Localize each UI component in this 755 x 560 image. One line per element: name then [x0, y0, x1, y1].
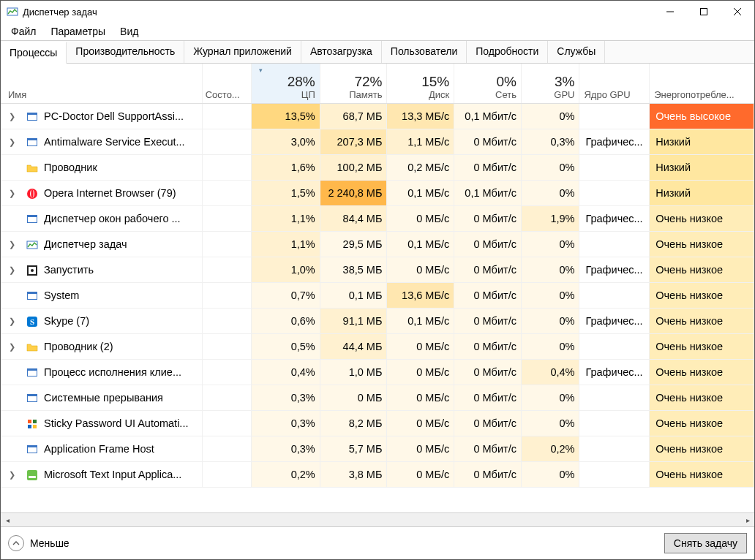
cpu-cell: 13,5%: [251, 104, 320, 129]
maximize-button[interactable]: [687, 1, 721, 23]
col-header-energy[interactable]: Энергопотребле...: [650, 64, 754, 104]
table-row[interactable]: Проводник1,6%100,2 МБ0,2 МБ/с0 Мбит/с0%Н…: [1, 155, 754, 181]
table-row[interactable]: Процесс исполнения клие...0,4%1,0 МБ0 МБ…: [1, 360, 754, 385]
app-icon: [7, 6, 18, 18]
gpu-pct: 3%: [525, 75, 575, 90]
chevron-up-icon: [8, 535, 24, 551]
process-icon: [23, 360, 41, 385]
expand-toggle[interactable]: ❯: [1, 334, 23, 360]
close-button[interactable]: [721, 1, 754, 23]
table-row[interactable]: Sticky Password UI Automati...0,3%8,2 МБ…: [1, 411, 754, 436]
menu-view[interactable]: Вид: [113, 24, 146, 39]
cpu-pct: 28%: [255, 75, 315, 90]
gpucore-cell: Графичес...: [579, 309, 650, 334]
expand-toggle[interactable]: ❯: [1, 462, 23, 488]
mem-cell: 2 240,8 МБ: [320, 181, 387, 206]
minimize-button[interactable]: [653, 1, 687, 23]
gpucore-cell: Графичес...: [579, 206, 650, 232]
cpu-cell: 3,0%: [251, 129, 320, 155]
process-icon: [23, 129, 41, 155]
expand-toggle[interactable]: ❯: [1, 232, 23, 257]
energy-cell: Очень низкое: [650, 257, 754, 283]
process-state: [202, 206, 251, 232]
table-row[interactable]: ❯Opera Internet Browser (79)1,5%2 240,8 …: [1, 181, 754, 206]
tab-services[interactable]: Службы: [548, 41, 605, 63]
col-header-memory[interactable]: 72% Память: [320, 64, 387, 104]
menubar: Файл Параметры Вид: [1, 23, 754, 40]
net-cell: 0 Мбит/с: [454, 411, 522, 436]
process-state: [202, 129, 251, 155]
expand-toggle: [1, 360, 23, 385]
table-row[interactable]: Application Frame Host0,3%5,7 МБ0 МБ/с0 …: [1, 436, 754, 462]
process-state: [202, 283, 251, 309]
col-header-network[interactable]: 0% Сеть: [454, 64, 522, 104]
net-cell: 0 Мбит/с: [454, 436, 522, 462]
net-cell: 0 Мбит/с: [454, 232, 522, 257]
net-cell: 0,1 Мбит/с: [454, 104, 522, 129]
expand-toggle: [1, 385, 23, 411]
table-row[interactable]: System0,7%0,1 МБ13,6 МБ/с0 Мбит/с0%Очень…: [1, 283, 754, 309]
gpu-cell: 0%: [521, 309, 579, 334]
fewer-details-button[interactable]: Меньше: [8, 535, 70, 551]
tab-startup[interactable]: Автозагрузка: [301, 41, 382, 63]
gpucore-cell: Графичес...: [579, 360, 650, 385]
energy-cell: Очень низкое: [650, 206, 754, 232]
svg-rect-26: [28, 420, 31, 423]
expand-toggle[interactable]: ❯: [1, 257, 23, 283]
expand-toggle: [1, 411, 23, 436]
table-row[interactable]: ❯SSkype (7)0,6%91,1 МБ0,1 МБ/с0 Мбит/с0%…: [1, 309, 754, 334]
cpu-label: ЦП: [255, 90, 315, 100]
col-header-gpucore[interactable]: Ядро GPU: [579, 64, 650, 104]
process-state: [202, 232, 251, 257]
tab-processes[interactable]: Процессы: [1, 42, 67, 64]
expand-toggle[interactable]: ❯: [1, 104, 23, 129]
net-cell: 0,1 Мбит/с: [454, 181, 522, 206]
process-state: [202, 334, 251, 360]
table-row[interactable]: ❯Antimalware Service Execut...3,0%207,3 …: [1, 129, 754, 155]
expand-toggle[interactable]: ❯: [1, 129, 23, 155]
col-header-name[interactable]: Имя: [1, 64, 202, 104]
footer: Меньше Снять задачу: [1, 526, 754, 559]
tab-performance[interactable]: Производительность: [67, 41, 184, 63]
energy-cell: Очень низкое: [650, 283, 754, 309]
cpu-cell: 1,1%: [251, 206, 320, 232]
scroll-right-icon[interactable]: ▸: [741, 516, 754, 524]
expand-toggle[interactable]: ❯: [1, 309, 23, 334]
col-header-cpu[interactable]: ▾ 28% ЦП: [251, 64, 320, 104]
menu-options[interactable]: Параметры: [43, 24, 113, 39]
tab-users[interactable]: Пользователи: [382, 41, 467, 63]
energy-cell: Очень высокое: [650, 104, 754, 129]
disk-cell: 0 МБ/с: [387, 462, 454, 488]
table-row[interactable]: ❯Microsoft Text Input Applica...0,2%3,8 …: [1, 462, 754, 488]
table-row[interactable]: Диспетчер окон рабочего ...1,1%84,4 МБ0 …: [1, 206, 754, 232]
mem-cell: 1,0 МБ: [320, 360, 387, 385]
menu-file[interactable]: Файл: [4, 24, 43, 39]
table-row[interactable]: ❯Проводник (2)0,5%44,4 МБ0 МБ/с0 Мбит/с0…: [1, 334, 754, 360]
expand-toggle[interactable]: ❯: [1, 181, 23, 206]
end-task-button[interactable]: Снять задачу: [664, 533, 747, 553]
mem-cell: 0 МБ: [320, 385, 387, 411]
network-pct: 0%: [457, 75, 517, 90]
memory-pct: 72%: [323, 75, 383, 90]
net-cell: 0 Мбит/с: [454, 129, 522, 155]
col-header-state[interactable]: Состо...: [202, 64, 251, 104]
process-name: Диспетчер задач: [41, 232, 202, 257]
svg-rect-29: [33, 425, 37, 428]
process-icon: [23, 181, 41, 206]
disk-cell: 13,3 МБ/с: [387, 104, 454, 129]
col-header-gpu[interactable]: 3% GPU: [521, 64, 579, 104]
table-row[interactable]: Системные прерывания0,3%0 МБ0 МБ/с0 Мбит…: [1, 385, 754, 411]
col-header-disk[interactable]: 15% Диск: [387, 64, 454, 104]
process-name: Процесс исполнения клие...: [41, 360, 202, 385]
gpu-cell: 0%: [521, 334, 579, 360]
table-row[interactable]: ❯PC-Doctor Dell SupportAssi...13,5%68,7 …: [1, 104, 754, 129]
net-cell: 0 Мбит/с: [454, 257, 522, 283]
svg-text:S: S: [30, 317, 34, 326]
tab-details[interactable]: Подробности: [467, 41, 548, 63]
table-row[interactable]: ❯Диспетчер задач1,1%29,5 МБ0,1 МБ/с0 Мби…: [1, 232, 754, 257]
scroll-left-icon[interactable]: ◂: [1, 516, 14, 524]
horizontal-scrollbar[interactable]: ◂ ▸: [1, 512, 754, 526]
table-row[interactable]: ❯Запустить1,0%38,5 МБ0 МБ/с0 Мбит/с0%Гра…: [1, 257, 754, 283]
tab-app-history[interactable]: Журнал приложений: [184, 41, 301, 63]
mem-cell: 44,4 МБ: [320, 334, 387, 360]
